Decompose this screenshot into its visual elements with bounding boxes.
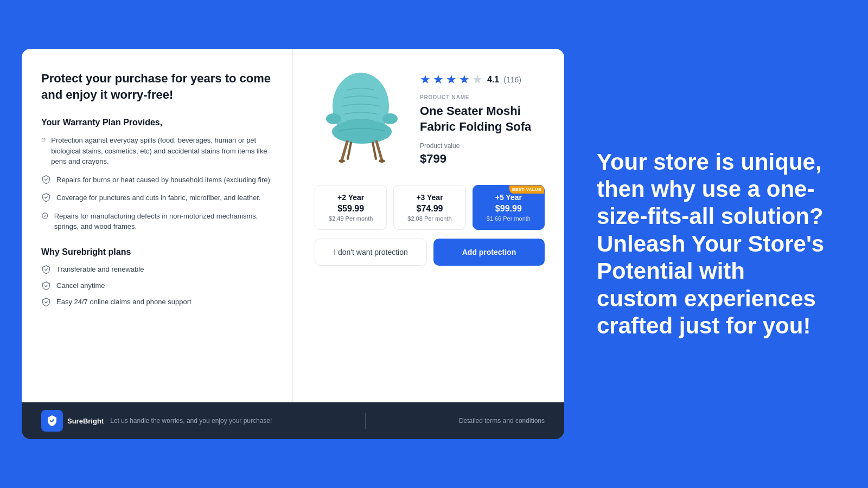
- product-name: One Seater Moshi Fabric Folding Sofa: [420, 104, 545, 134]
- plan-card-3year[interactable]: +3 Year $74.99 $2.08 Per month: [393, 185, 465, 230]
- plan-3year-label: +3 Year: [400, 193, 458, 202]
- plan-5year-monthly: $1.66 Per month: [480, 215, 538, 222]
- promo-heading: Your store is unique, then why use a one…: [597, 149, 825, 340]
- footer-left: SureBright Let us handle the worries, an…: [41, 410, 272, 432]
- product-area: ★ ★ ★ ★ ★ 4.1 (116) PRODUCT NAME One Sea…: [315, 68, 545, 169]
- best-value-badge: BEST VALUE: [509, 185, 544, 194]
- svg-point-1: [332, 120, 392, 144]
- star-2: ★: [433, 73, 444, 87]
- footer-terms[interactable]: Detailed terms and conditions: [459, 417, 545, 425]
- why-item: Cancel anytime: [41, 281, 273, 291]
- warranty-item: Repairs for burns or heat caused by hous…: [41, 175, 273, 185]
- headline: Protect your purchase for years to come …: [41, 70, 273, 102]
- svg-point-3: [382, 113, 398, 124]
- warranty-section-title: Your Warranty Plan Provides,: [41, 118, 273, 127]
- star-3: ★: [446, 73, 457, 87]
- star-1: ★: [420, 73, 431, 87]
- product-price: $799: [420, 152, 545, 166]
- svg-point-2: [326, 113, 341, 124]
- svg-point-4: [339, 159, 345, 163]
- action-row: I don't want protection Add protection: [315, 239, 545, 266]
- shield-check-icon: [41, 211, 49, 221]
- warranty-list: Protection against everyday spills (food…: [41, 135, 273, 232]
- plan-3year-price: $74.99: [400, 204, 458, 214]
- card-body: Protect your purchase for years to come …: [22, 49, 564, 402]
- footer-divider: [365, 413, 366, 429]
- card-footer: SureBright Let us handle the worries, an…: [22, 402, 564, 439]
- shield-check-icon: [41, 192, 51, 202]
- plan-card-5year[interactable]: BEST VALUE +5 Year $99.99 $1.66 Per mont…: [473, 185, 545, 230]
- warranty-item: Repairs for manufacturing defects in non…: [41, 211, 273, 232]
- review-count: (116): [503, 75, 521, 84]
- product-info: ★ ★ ★ ★ ★ 4.1 (116) PRODUCT NAME One Sea…: [420, 68, 545, 169]
- add-protection-button[interactable]: Add protection: [433, 239, 545, 266]
- product-name-label: PRODUCT NAME: [420, 94, 545, 100]
- shield-check-icon: [41, 265, 51, 274]
- svg-point-5: [379, 159, 385, 163]
- shield-check-icon: [41, 175, 51, 184]
- surebright-logo: SureBright: [41, 410, 104, 432]
- why-item: Transferable and renewable: [41, 265, 273, 274]
- plan-5year-price: $99.99: [480, 204, 538, 214]
- rating-value: 4.1: [487, 75, 499, 85]
- stars-row: ★ ★ ★ ★ ★ 4.1 (116): [420, 73, 545, 87]
- plan-2year-monthly: $2.49 Per month: [322, 215, 380, 222]
- no-protection-button[interactable]: I don't want protection: [315, 239, 427, 266]
- main-card: Protect your purchase for years to come …: [22, 49, 564, 439]
- plan-3year-monthly: $2.08 Per month: [400, 215, 458, 222]
- warranty-item: Coverage for punctures and cuts in fabri…: [41, 192, 273, 203]
- star-4: ★: [459, 73, 470, 87]
- promo-text-area: Your store is unique, then why use a one…: [597, 149, 825, 340]
- why-title: Why Surebright plans: [41, 247, 273, 257]
- right-panel: ★ ★ ★ ★ ★ 4.1 (116) PRODUCT NAME One Sea…: [293, 49, 564, 402]
- plan-card-2year[interactable]: +2 Year $59.99 $2.49 Per month: [315, 185, 387, 230]
- plan-5year-label: +5 Year: [480, 193, 538, 202]
- plan-2year-price: $59.99: [322, 204, 380, 214]
- logo-badge: [41, 410, 63, 432]
- plan-2year-label: +2 Year: [322, 193, 380, 202]
- shield-check-icon: [41, 297, 51, 307]
- warranty-item: Protection against everyday spills (food…: [41, 135, 273, 167]
- plans-row: +2 Year $59.99 $2.49 Per month +3 Year $…: [315, 185, 545, 230]
- product-image: [317, 71, 404, 166]
- shield-check-icon: [41, 281, 51, 291]
- star-5: ★: [472, 73, 483, 87]
- shield-check-icon: [41, 135, 46, 145]
- product-image-container: [315, 68, 407, 169]
- left-panel: Protect your purchase for years to come …: [22, 49, 293, 402]
- logo-shield-icon: [46, 414, 59, 427]
- product-value-label: Product value: [420, 142, 545, 150]
- footer-tagline: Let us handle the worries, and you enjoy…: [110, 417, 272, 425]
- why-item: Easy 24/7 online claims and phone suppor…: [41, 297, 273, 307]
- why-list: Transferable and renewable Cancel anytim…: [41, 265, 273, 307]
- footer-brand: SureBright: [67, 417, 104, 425]
